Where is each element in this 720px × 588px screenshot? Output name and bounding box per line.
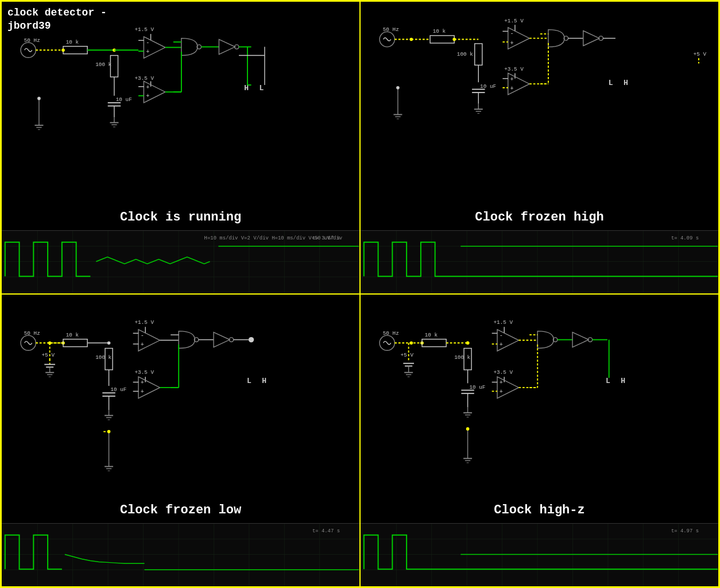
svg-text:L: L [609, 79, 613, 87]
svg-text:L: L [260, 84, 264, 92]
svg-text:-: - [141, 332, 144, 339]
svg-text:10 uF: 10 uF [116, 96, 132, 103]
svg-text:t= 4.97 s: t= 4.97 s [671, 528, 699, 534]
svg-text:+1.5 V: +1.5 V [493, 319, 513, 326]
panel-high-z-title: Clock high-z [361, 503, 718, 517]
circuit-frozen-low: 50 Hz +5 V [2, 295, 359, 520]
scope-frozen-high: t= 4.09 s [361, 230, 718, 293]
svg-text:10 uF: 10 uF [480, 83, 496, 90]
svg-text:+1.5 V: +1.5 V [134, 26, 154, 33]
svg-text:+5 V: +5 V [401, 352, 414, 358]
panel-running: clock detector -jbord39 50 Hz 10 k [1, 1, 360, 294]
svg-text:H: H [262, 377, 266, 385]
svg-point-56 [37, 97, 41, 100]
svg-text:10 k: 10 k [433, 28, 446, 34]
svg-text:+: + [141, 379, 144, 386]
svg-text:H: H [621, 377, 625, 385]
scope-frozen-low: t= 4.47 s [2, 523, 359, 586]
svg-text:H: H [624, 79, 628, 87]
svg-text:+: + [141, 388, 144, 395]
svg-text:-: - [500, 332, 503, 339]
svg-text:-: - [146, 39, 149, 46]
svg-text:+: + [500, 379, 503, 386]
svg-text:10 k: 10 k [66, 332, 79, 338]
panel-frozen-high: 50 Hz +5 V 10 k [360, 1, 719, 294]
svg-text:+1.5 V: +1.5 V [504, 18, 524, 24]
svg-text:t= 4.09 s: t= 4.09 s [671, 235, 699, 241]
svg-point-162 [107, 341, 111, 345]
svg-text:10 uF: 10 uF [469, 384, 485, 390]
svg-text:10 k: 10 k [425, 332, 438, 338]
svg-text:+: + [500, 341, 503, 348]
svg-text:+5 V: +5 V [42, 352, 55, 358]
panel-frozen-low-title: Clock frozen low [2, 503, 359, 517]
svg-text:t= 3.67 s: t= 3.67 s [312, 235, 340, 241]
svg-point-279 [466, 341, 470, 345]
svg-text:+5 V: +5 V [694, 51, 707, 57]
svg-text:10 uF: 10 uF [110, 386, 126, 393]
svg-text:t= 4.47 s: t= 4.47 s [312, 528, 340, 534]
app-title: clock detector -jbord39 [7, 6, 107, 33]
svg-rect-74 [371, 2, 708, 227]
svg-text:100 k: 100 k [457, 51, 473, 57]
svg-rect-285 [361, 524, 718, 586]
svg-text:+: + [146, 92, 149, 99]
scope-running: H=10 ms/div V=2 V/div H=10 ms/div V=50 u… [2, 230, 359, 293]
svg-text:100 k: 100 k [454, 354, 470, 361]
svg-text:+3.5 V: +3.5 V [134, 369, 154, 376]
svg-text:+: + [500, 388, 503, 395]
svg-rect-208 [2, 524, 359, 586]
svg-rect-223 [371, 295, 708, 520]
circuit-frozen-high: 50 Hz +5 V 10 k [361, 2, 718, 227]
svg-text:+: + [510, 85, 514, 92]
svg-point-227 [410, 341, 413, 345]
scope-high-z: t= 4.97 s [361, 523, 718, 586]
panel-frozen-low: 50 Hz +5 V [1, 294, 360, 587]
svg-rect-128 [361, 231, 718, 293]
svg-rect-0 [12, 2, 349, 227]
panel-frozen-high-title: Clock frozen high [361, 210, 718, 225]
svg-text:+: + [146, 48, 149, 55]
svg-point-57 [61, 48, 65, 52]
svg-point-281 [466, 427, 470, 431]
svg-text:10 k: 10 k [66, 39, 79, 45]
svg-point-198 [249, 337, 254, 342]
svg-text:L: L [247, 377, 251, 385]
svg-text:+1.5 V: +1.5 V [134, 319, 154, 326]
svg-text:+3.5 V: +3.5 V [134, 75, 154, 82]
svg-point-127 [396, 86, 400, 90]
circuit-running: 50 Hz 10 k 100 k [2, 2, 359, 227]
main-grid: clock detector -jbord39 50 Hz 10 k [0, 0, 720, 588]
svg-text:100 k: 100 k [95, 61, 111, 68]
svg-text:L: L [606, 377, 610, 385]
svg-text:+: + [141, 341, 144, 348]
svg-rect-143 [12, 295, 349, 520]
svg-text:+3.5 V: +3.5 V [504, 66, 524, 72]
panel-running-title: Clock is running [2, 210, 359, 225]
svg-text:100 k: 100 k [95, 354, 111, 361]
panel-high-z: 50 Hz +5 V [360, 294, 719, 587]
svg-text:+3.5 V: +3.5 V [493, 369, 513, 376]
svg-text:-: - [510, 30, 514, 37]
circuit-high-z: 50 Hz +5 V [361, 295, 718, 520]
svg-text:+: + [510, 76, 514, 83]
svg-text:+: + [146, 84, 149, 91]
svg-text:+: + [510, 40, 514, 47]
